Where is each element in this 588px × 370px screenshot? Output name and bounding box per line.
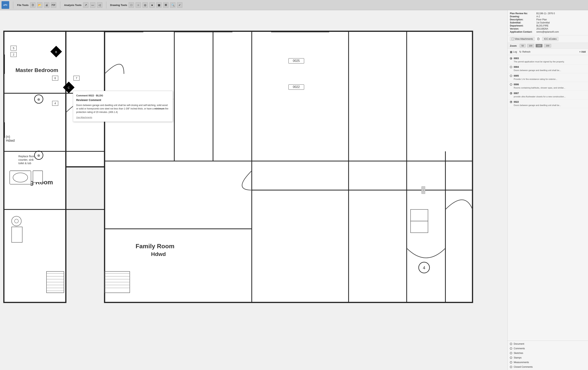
comment-radio[interactable] bbox=[510, 92, 512, 95]
file-tools-label: File Tools bbox=[17, 4, 29, 7]
svg-text:6: 6 bbox=[54, 77, 56, 80]
filter-item-comments[interactable]: Comments bbox=[508, 346, 588, 351]
path-icon[interactable]: ⌘ bbox=[163, 2, 168, 8]
comment-item[interactable]: 0004Doors between garage and dwelling un… bbox=[508, 64, 588, 73]
svg-text:4: 4 bbox=[423, 265, 425, 270]
add-button[interactable]: + Add bbox=[579, 51, 586, 53]
zoom-50-button[interactable]: 50 bbox=[520, 44, 525, 47]
filter-item-closed-comments[interactable]: Closed Comments bbox=[508, 365, 588, 369]
zoom-150-button[interactable]: 150 bbox=[536, 44, 543, 47]
icc-ecodes-button[interactable]: ICC eCodes bbox=[542, 37, 558, 41]
svg-text:(n): (n) bbox=[6, 135, 10, 139]
arrow-icon[interactable]: ↗ bbox=[83, 2, 88, 8]
drawing-value: A-2 bbox=[536, 15, 586, 18]
svg-text:7: 7 bbox=[76, 77, 77, 80]
svg-text:0025: 0025 bbox=[293, 59, 300, 63]
comment-popup-body: Doors between garage and dwelling unit s… bbox=[76, 104, 169, 114]
right-panel: Plan Review No: B1198-11- 2976 0 Drawing… bbox=[507, 10, 588, 370]
select-icon[interactable]: ◁ bbox=[97, 2, 102, 8]
filter-item-document[interactable]: Document bbox=[508, 342, 588, 346]
svg-text:5: 5 bbox=[13, 47, 14, 50]
svg-text:toilet & tub: toilet & tub bbox=[18, 162, 31, 165]
drawing-area[interactable]: Master Bedroom Living Room Family Room H… bbox=[0, 10, 507, 370]
print-icon[interactable]: 🖨 bbox=[44, 2, 49, 8]
rect-icon[interactable]: □ bbox=[129, 2, 134, 8]
svg-text:0022: 0022 bbox=[293, 85, 300, 88]
attachments-checkbox[interactable] bbox=[512, 38, 514, 40]
panel-collapse-arrow[interactable]: › bbox=[421, 186, 425, 194]
separator-2 bbox=[60, 1, 60, 9]
svg-rect-87 bbox=[411, 221, 428, 233]
svg-text:⊕: ⊕ bbox=[37, 154, 40, 158]
zoom-200-button[interactable]: 200 bbox=[544, 44, 551, 47]
add-label: + Add bbox=[579, 51, 586, 53]
comment-item[interactable]: 0007provide ultra flushwater closets for… bbox=[508, 91, 588, 99]
separator-3 bbox=[106, 1, 106, 9]
file-tools-section: File Tools 🗋 📂 🖨 PDF bbox=[17, 2, 56, 8]
log-icon: ▦ bbox=[510, 50, 512, 53]
view-attachments-button[interactable]: View Attachments bbox=[510, 37, 535, 41]
attachments-label: View Attachments bbox=[515, 38, 533, 40]
review-no-value: B1198-11- 2976 0 bbox=[536, 12, 586, 15]
comments-list[interactable]: 0003The permit application must be signe… bbox=[508, 55, 588, 341]
comment-radio[interactable] bbox=[510, 57, 512, 60]
comment-popup-attachments[interactable]: Use Attachments bbox=[76, 116, 169, 118]
drawing-label: Drawing: bbox=[510, 15, 535, 18]
comments-toolbar: ▦ Log ↻ Refresh + Add bbox=[508, 49, 588, 55]
filter-item-measurements[interactable]: Measurements bbox=[508, 360, 588, 365]
refresh-button[interactable]: ↻ Refresh bbox=[519, 50, 530, 53]
svg-text:Master Bedroom: Master Bedroom bbox=[16, 67, 58, 73]
comment-number: 0003 bbox=[514, 57, 519, 60]
line-icon[interactable]: — bbox=[90, 2, 95, 8]
check-icon[interactable]: ✓ bbox=[177, 2, 182, 8]
svg-rect-20 bbox=[4, 122, 5, 138]
comment-number: 0007 bbox=[514, 92, 519, 95]
filter-radio[interactable] bbox=[510, 366, 512, 368]
description-value: Floor Plan bbox=[536, 18, 586, 21]
filter-radio[interactable] bbox=[510, 352, 512, 354]
svg-rect-21 bbox=[105, 31, 143, 32]
filter-item-stamps[interactable]: Stamps bbox=[508, 355, 588, 360]
log-label: Log bbox=[513, 51, 517, 53]
new-file-icon[interactable]: 🗋 bbox=[30, 2, 35, 8]
circle2-icon[interactable]: ◎ bbox=[142, 2, 148, 8]
svg-text:counter, sink: counter, sink bbox=[18, 158, 34, 161]
filter-item-sketches[interactable]: Sketches bbox=[508, 351, 588, 355]
comment-number: 0022 bbox=[514, 101, 519, 103]
zoom-in-icon[interactable]: 🔍 bbox=[170, 2, 176, 8]
comment-item[interactable]: 0005Provide 1-hr fire-resistance rating … bbox=[508, 73, 588, 82]
open-icon[interactable]: 📂 bbox=[37, 2, 42, 8]
svg-text:2: 2 bbox=[13, 53, 14, 56]
comment-radio[interactable] bbox=[510, 66, 512, 68]
filter-radio[interactable] bbox=[510, 361, 512, 363]
log-button[interactable]: ▦ Log bbox=[510, 50, 517, 53]
pdf-icon[interactable]: PDF bbox=[51, 2, 56, 8]
svg-rect-86 bbox=[411, 210, 428, 221]
circle-icon[interactable]: ○ bbox=[136, 2, 141, 8]
comment-item[interactable]: 0006Rooms containing bathtubs, shower sp… bbox=[508, 82, 588, 91]
comment-radio[interactable] bbox=[510, 83, 512, 86]
description-label: Description: bbox=[510, 18, 535, 21]
image-icon[interactable]: ▦ bbox=[156, 2, 162, 8]
filter-radio[interactable] bbox=[510, 343, 512, 345]
svg-point-77 bbox=[12, 216, 21, 226]
toolbar-row: ePC File Tools 🗋 📂 🖨 PDF Analysis Tools … bbox=[0, 0, 588, 10]
zoom-row: Zoom 50 100 150 200 bbox=[508, 43, 588, 49]
comment-preview: Provide 1-hr fire-resistance rating for … bbox=[514, 78, 586, 81]
drawing-tools-label: Drawing Tools bbox=[110, 4, 127, 7]
comment-body-2: 1-3/8" inched thick, or have a bbox=[123, 107, 154, 110]
filter-radio[interactable] bbox=[510, 357, 512, 359]
comment-radio[interactable] bbox=[510, 101, 512, 103]
circle3-icon[interactable]: ● bbox=[149, 2, 155, 8]
svg-text:Replace floor,: Replace floor, bbox=[18, 155, 35, 158]
logo-icon[interactable]: ePC bbox=[1, 1, 9, 9]
svg-text:⊕: ⊕ bbox=[37, 97, 40, 101]
zoom-100-button[interactable]: 100 bbox=[527, 44, 534, 47]
svg-text:Hdwd: Hdwd bbox=[6, 139, 15, 142]
comment-item[interactable]: 0022Doors between garage and dwelling un… bbox=[508, 99, 588, 108]
comment-radio[interactable] bbox=[510, 75, 512, 77]
plan-info-grid: Plan Review No: B1198-11- 2976 0 Drawing… bbox=[510, 12, 586, 33]
app-contact-value: sreno@eplansoft.com bbox=[536, 31, 586, 33]
filter-radio[interactable] bbox=[510, 347, 512, 350]
comment-item[interactable]: 0003The permit application must be signe… bbox=[508, 56, 588, 64]
